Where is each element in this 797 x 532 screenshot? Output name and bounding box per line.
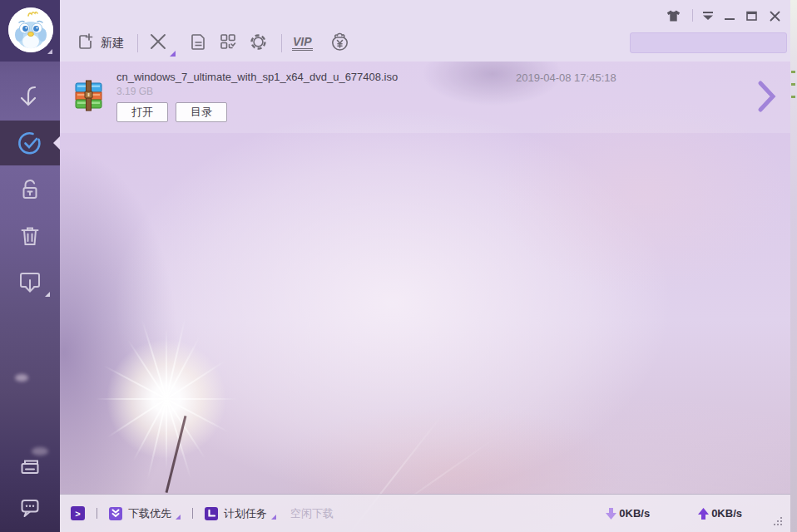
statusbar-separator: [192, 508, 193, 519]
qrcode-button[interactable]: [219, 32, 237, 54]
desktop-artifact: [791, 96, 795, 98]
sidebar-item-feedback[interactable]: [0, 495, 60, 521]
mini-mode-button[interactable]: [699, 7, 717, 25]
sidebar-item-downloading[interactable]: [0, 84, 60, 112]
clock-hands-icon: [205, 507, 218, 520]
close-icon: [770, 11, 780, 22]
download-speed-value: 0KB/s: [619, 507, 650, 520]
upload-speed-value: 0KB/s: [711, 507, 742, 520]
check-circle-icon: [17, 130, 43, 156]
money-bag-icon: [329, 32, 350, 55]
maximize-icon: [746, 11, 757, 21]
shirt-icon: [666, 10, 681, 22]
qrcode-grid-icon: [219, 32, 237, 54]
app-window: 新建: [0, 0, 797, 532]
task-expand-chevron[interactable]: [757, 80, 777, 116]
search-box: [630, 32, 787, 53]
app-logo-avatar[interactable]: [8, 7, 53, 52]
gear-icon: [249, 32, 268, 55]
sidebar-item-private-space[interactable]: [0, 175, 60, 204]
download-priority-button[interactable]: 下载优先: [109, 506, 181, 521]
sidebar-item-completed[interactable]: [0, 121, 60, 165]
content-background-photo: cn_windows_7_ultimate_with_sp1_x64_dvd_u…: [60, 62, 790, 532]
schedule-dropdown-triangle: [271, 515, 276, 520]
sidebar-item-printer[interactable]: [0, 455, 60, 481]
task-size: 3.19 GB: [116, 86, 153, 97]
unlock-icon: [18, 177, 42, 202]
toolbar-separator: [281, 34, 282, 52]
up-arrow-icon: [698, 508, 709, 520]
sidebar: [0, 0, 60, 532]
open-file-button[interactable]: 打开: [116, 102, 168, 122]
minimize-icon: [725, 11, 735, 21]
toolbar-separator: [137, 34, 138, 52]
selected-item-pointer: [53, 136, 60, 150]
change-skin-button[interactable]: [664, 7, 682, 25]
device-download-icon: [17, 269, 42, 296]
vip-button[interactable]: VIP: [292, 36, 313, 51]
toolbar: 新建: [60, 0, 790, 62]
resize-grip[interactable]: [772, 515, 782, 525]
printer-icon: [18, 457, 42, 479]
status-bar: > 下载优先 计划任务: [60, 494, 790, 532]
statusbar-separator: [97, 508, 97, 519]
scheduled-task-button[interactable]: 计划任务: [205, 506, 276, 521]
settings-button[interactable]: [249, 32, 268, 55]
desktop-artifact: [791, 83, 795, 86]
task-row[interactable]: cn_windows_7_ultimate_with_sp1_x64_dvd_u…: [60, 62, 790, 133]
window-controls-separator: [692, 9, 693, 22]
expand-panel-button[interactable]: >: [71, 506, 85, 520]
bird-mascot-icon: [8, 7, 53, 52]
task-filename: cn_windows_7_ultimate_with_sp1_x64_dvd_u…: [116, 71, 398, 83]
winrar-archive-icon: [74, 77, 104, 116]
close-button[interactable]: [765, 7, 784, 25]
download-arrow-icon: [17, 85, 42, 111]
app-logo-area: [0, 0, 60, 62]
download-speed: 0KB/s: [606, 507, 650, 520]
delete-dropdown-triangle: [170, 51, 176, 57]
light-glint: [15, 374, 28, 382]
priority-double-chevron-icon: [109, 507, 122, 520]
delete-task-button[interactable]: [148, 32, 168, 55]
idle-download-option[interactable]: 空闲下载: [290, 506, 334, 521]
report-button[interactable]: [190, 32, 207, 54]
upload-speed: 0KB/s: [698, 507, 742, 520]
desktop-edge-strip: [790, 0, 797, 532]
maximize-button[interactable]: [742, 7, 760, 25]
desktop-artifact: [791, 71, 795, 73]
new-task-button[interactable]: 新建: [77, 32, 124, 54]
recharge-button[interactable]: [329, 32, 350, 55]
new-task-icon: [77, 32, 95, 54]
sparkler-glow: [75, 308, 258, 490]
task-completed-time: 2019-04-08 17:45:18: [516, 71, 616, 84]
open-folder-button[interactable]: 目录: [176, 102, 227, 122]
collapse-chevron-icon: [701, 11, 715, 22]
trash-icon: [18, 224, 42, 249]
minimize-button[interactable]: [720, 7, 739, 25]
down-arrow-icon: [606, 508, 616, 520]
chat-bubble-icon: [18, 496, 42, 520]
document-icon: [190, 32, 207, 54]
scheduled-task-label: 计划任务: [224, 506, 267, 521]
new-task-label: 新建: [101, 36, 124, 51]
download-priority-label: 下载优先: [128, 506, 171, 521]
logo-dropdown-triangle: [47, 49, 52, 54]
submenu-triangle: [45, 292, 50, 297]
vip-badge-icon: VIP: [292, 36, 313, 51]
sidebar-item-remote-download[interactable]: [0, 268, 60, 298]
priority-dropdown-triangle: [176, 515, 181, 520]
search-input[interactable]: [631, 33, 787, 52]
delete-x-icon: [148, 32, 168, 55]
sidebar-item-trash[interactable]: [0, 222, 60, 250]
